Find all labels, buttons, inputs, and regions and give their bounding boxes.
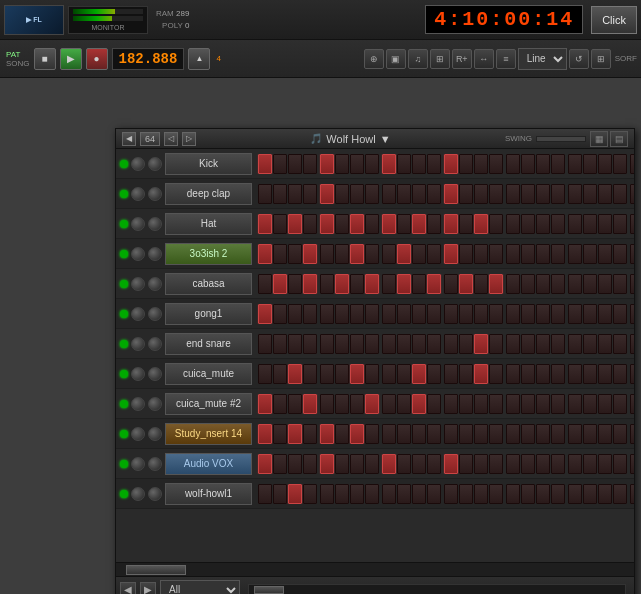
- beat-pad[interactable]: [536, 484, 550, 504]
- beat-pad[interactable]: [598, 244, 612, 264]
- beat-pad[interactable]: [258, 334, 272, 354]
- beat-pad[interactable]: [551, 364, 565, 384]
- beat-pad[interactable]: [397, 424, 411, 444]
- beat-pad[interactable]: [459, 184, 473, 204]
- beat-pad[interactable]: [474, 424, 488, 444]
- beat-pad[interactable]: [459, 214, 473, 234]
- beat-pad[interactable]: [288, 484, 302, 504]
- beat-pad[interactable]: [273, 304, 287, 324]
- swing-slider[interactable]: [536, 136, 586, 142]
- beat-pad[interactable]: [568, 274, 582, 294]
- beat-pad[interactable]: [350, 274, 364, 294]
- beat-pad[interactable]: [536, 334, 550, 354]
- beat-pad[interactable]: [613, 274, 627, 294]
- beat-pad[interactable]: [397, 484, 411, 504]
- track-knob-pan[interactable]: [148, 157, 162, 171]
- beat-pad[interactable]: [521, 484, 535, 504]
- beat-pad[interactable]: [521, 184, 535, 204]
- beat-pad[interactable]: [382, 364, 396, 384]
- beat-pad[interactable]: [335, 454, 349, 474]
- beat-pad[interactable]: [288, 214, 302, 234]
- track-knob-vol[interactable]: [131, 217, 145, 231]
- beat-pad[interactable]: [506, 484, 520, 504]
- beat-pad[interactable]: [365, 334, 379, 354]
- beat-pad[interactable]: [350, 394, 364, 414]
- beat-pad[interactable]: [598, 424, 612, 444]
- beat-pad[interactable]: [474, 184, 488, 204]
- beat-pad[interactable]: [474, 154, 488, 174]
- beat-pad[interactable]: [412, 244, 426, 264]
- beat-pad[interactable]: [397, 274, 411, 294]
- beat-pad[interactable]: [258, 154, 272, 174]
- beat-pad[interactable]: [630, 214, 634, 234]
- beat-pad[interactable]: [273, 334, 287, 354]
- beat-pad[interactable]: [444, 244, 458, 264]
- beat-pad[interactable]: [397, 184, 411, 204]
- beat-pad[interactable]: [288, 274, 302, 294]
- beat-pad[interactable]: [427, 334, 441, 354]
- beat-pad[interactable]: [598, 334, 612, 354]
- toolbar-icon-4[interactable]: ⊞: [430, 49, 450, 69]
- track-led[interactable]: [120, 280, 128, 288]
- beat-pad[interactable]: [444, 454, 458, 474]
- track-knob-pan[interactable]: [148, 367, 162, 381]
- beat-pad[interactable]: [613, 244, 627, 264]
- beat-pad[interactable]: [613, 304, 627, 324]
- beat-pad[interactable]: [350, 424, 364, 444]
- window-steps[interactable]: 64: [140, 132, 160, 146]
- beat-pad[interactable]: [397, 364, 411, 384]
- track-led[interactable]: [120, 340, 128, 348]
- beat-pad[interactable]: [303, 214, 317, 234]
- beat-pad[interactable]: [613, 154, 627, 174]
- track-knob-vol[interactable]: [131, 397, 145, 411]
- beat-pad[interactable]: [397, 304, 411, 324]
- toolbar-icon-2[interactable]: ▣: [386, 49, 406, 69]
- beat-pad[interactable]: [350, 154, 364, 174]
- track-knob-pan[interactable]: [148, 457, 162, 471]
- beat-pad[interactable]: [583, 334, 597, 354]
- track-led[interactable]: [120, 160, 128, 168]
- beat-pad[interactable]: [474, 454, 488, 474]
- beat-pad[interactable]: [412, 304, 426, 324]
- beat-pad[interactable]: [382, 454, 396, 474]
- beat-pad[interactable]: [444, 334, 458, 354]
- track-knob-pan[interactable]: [148, 487, 162, 501]
- beat-pad[interactable]: [536, 424, 550, 444]
- beat-pad[interactable]: [568, 454, 582, 474]
- track-led[interactable]: [120, 490, 128, 498]
- beat-pad[interactable]: [598, 454, 612, 474]
- beat-pad[interactable]: [303, 424, 317, 444]
- beat-pad[interactable]: [630, 394, 634, 414]
- track-name-button[interactable]: cuica_mute: [165, 363, 252, 385]
- beat-pad[interactable]: [630, 484, 634, 504]
- beat-pad[interactable]: [412, 334, 426, 354]
- beat-pad[interactable]: [568, 484, 582, 504]
- beat-pad[interactable]: [273, 214, 287, 234]
- track-name-button[interactable]: Hat: [165, 213, 252, 235]
- beat-pad[interactable]: [536, 214, 550, 234]
- beat-pad[interactable]: [412, 454, 426, 474]
- beat-pad[interactable]: [258, 304, 272, 324]
- beat-pad[interactable]: [412, 424, 426, 444]
- beat-pad[interactable]: [630, 424, 634, 444]
- beat-pad[interactable]: [397, 454, 411, 474]
- track-name-button[interactable]: cuica_mute #2: [165, 393, 252, 415]
- beat-pad[interactable]: [273, 484, 287, 504]
- beat-pad[interactable]: [365, 454, 379, 474]
- track-led[interactable]: [120, 250, 128, 258]
- beat-pad[interactable]: [630, 304, 634, 324]
- beat-pad[interactable]: [613, 214, 627, 234]
- beat-pad[interactable]: [583, 214, 597, 234]
- beat-pad[interactable]: [335, 154, 349, 174]
- track-led[interactable]: [120, 220, 128, 228]
- beat-pad[interactable]: [521, 454, 535, 474]
- beat-pad[interactable]: [412, 364, 426, 384]
- beat-pad[interactable]: [288, 334, 302, 354]
- beat-pad[interactable]: [489, 154, 503, 174]
- beat-pad[interactable]: [382, 214, 396, 234]
- beat-pad[interactable]: [551, 274, 565, 294]
- beat-pad[interactable]: [489, 364, 503, 384]
- beat-pad[interactable]: [365, 424, 379, 444]
- record-button[interactable]: ●: [86, 48, 108, 70]
- view-btn-piano[interactable]: ▤: [610, 131, 628, 147]
